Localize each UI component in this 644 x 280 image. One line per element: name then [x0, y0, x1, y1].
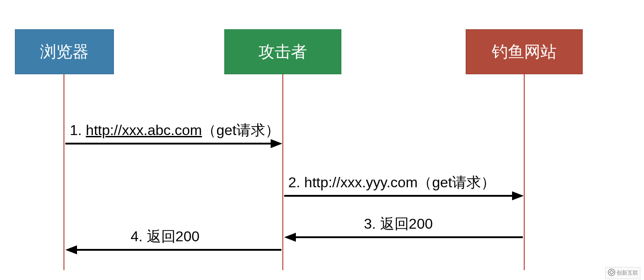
- message-3-arrow: [295, 236, 523, 238]
- message-4-label: 4. 返回200: [131, 227, 200, 247]
- message-4-arrow: [76, 249, 281, 251]
- message-1-link: http://xxx.abc.com: [86, 122, 202, 138]
- lifeline-attacker: [282, 74, 283, 270]
- participant-browser: 浏览器: [15, 29, 114, 74]
- message-1-suffix: （get请求）: [202, 122, 279, 138]
- participant-attacker: 攻击者: [224, 29, 341, 74]
- lifeline-phishing: [524, 74, 525, 270]
- watermark-text: 创新互联: [617, 269, 638, 277]
- message-2-arrowhead: [512, 191, 524, 200]
- message-2-arrow: [284, 195, 514, 197]
- watermark: 创新互联: [605, 267, 640, 279]
- watermark-logo-icon: [608, 268, 616, 278]
- message-3-arrowhead: [284, 233, 296, 242]
- participant-attacker-label: 攻击者: [259, 41, 307, 63]
- message-1-arrow: [65, 143, 272, 145]
- participant-phishing-label: 钓鱼网站: [492, 41, 557, 63]
- message-2-label: 2. http://xxx.yyy.com（get请求）: [288, 173, 495, 193]
- message-1-prefix: 1.: [70, 122, 86, 138]
- message-4-arrowhead: [65, 245, 77, 254]
- message-3-label: 3. 返回200: [364, 214, 433, 234]
- message-1-label: 1. http://xxx.abc.com（get请求）: [70, 121, 280, 140]
- participant-browser-label: 浏览器: [40, 41, 89, 63]
- participant-phishing: 钓鱼网站: [466, 29, 583, 74]
- lifeline-browser: [63, 74, 64, 270]
- message-1-arrowhead: [271, 139, 282, 148]
